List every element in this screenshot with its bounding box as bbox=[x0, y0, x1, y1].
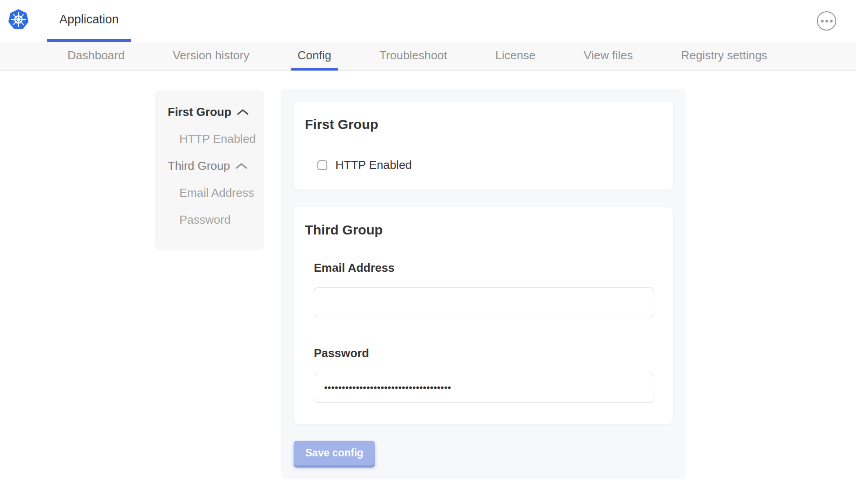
app-nav-bar: Dashboard Version history Config Trouble… bbox=[0, 42, 856, 71]
app-title-tab[interactable]: Application bbox=[47, 0, 131, 42]
tab-license[interactable]: License bbox=[489, 42, 543, 71]
ellipsis-dot bbox=[825, 20, 828, 22]
sidebar-item-label: Password bbox=[179, 214, 231, 225]
email-address-label: Email Address bbox=[314, 262, 662, 274]
app-title-label: Application bbox=[59, 13, 119, 27]
config-page: First Group HTTP Enabled Third Group Ema… bbox=[0, 71, 856, 504]
sidebar-item-http-enabled[interactable]: HTTP Enabled bbox=[168, 133, 264, 145]
email-address-field-block: Email Address bbox=[314, 262, 662, 317]
http-enabled-label[interactable]: HTTP Enabled bbox=[335, 158, 412, 172]
password-input[interactable] bbox=[314, 373, 654, 402]
config-group-sidebar: First Group HTTP Enabled Third Group Ema… bbox=[155, 90, 264, 250]
sidebar-item-third-group[interactable]: Third Group bbox=[168, 160, 264, 172]
ellipsis-dot bbox=[821, 20, 824, 22]
sidebar-item-password[interactable]: Password bbox=[168, 214, 264, 225]
tab-view-files[interactable]: View files bbox=[577, 42, 639, 71]
tab-version-history[interactable]: Version history bbox=[166, 42, 256, 71]
app-header: Application bbox=[0, 0, 856, 42]
http-enabled-checkbox[interactable] bbox=[317, 160, 327, 170]
password-label: Password bbox=[314, 347, 662, 359]
password-field-block: Password bbox=[314, 347, 662, 402]
save-config-button[interactable]: Save config bbox=[294, 441, 375, 465]
sidebar-item-email-address[interactable]: Email Address bbox=[168, 187, 264, 199]
group-title: Third Group bbox=[305, 223, 662, 237]
email-address-input[interactable] bbox=[314, 287, 654, 317]
config-group-card-first: First Group HTTP Enabled bbox=[293, 101, 673, 190]
ellipsis-menu-button[interactable] bbox=[817, 11, 836, 31]
ellipsis-dot bbox=[830, 20, 833, 22]
tab-dashboard[interactable]: Dashboard bbox=[61, 42, 131, 71]
sidebar-item-label: HTTP Enabled bbox=[179, 133, 256, 145]
sidebar-item-label: Email Address bbox=[179, 187, 254, 199]
sidebar-item-label: First Group bbox=[168, 106, 232, 118]
config-main-panel: First Group HTTP Enabled Third Group Ema… bbox=[281, 89, 686, 479]
tab-troubleshoot[interactable]: Troubleshoot bbox=[373, 42, 454, 71]
group-title: First Group bbox=[305, 118, 662, 131]
chevron-up-icon bbox=[237, 109, 249, 115]
kubernetes-logo-icon bbox=[8, 8, 29, 31]
tab-config[interactable]: Config bbox=[291, 42, 338, 71]
sidebar-item-first-group[interactable]: First Group bbox=[168, 106, 264, 118]
http-enabled-row: HTTP Enabled bbox=[317, 158, 662, 172]
tab-registry-settings[interactable]: Registry settings bbox=[674, 42, 774, 71]
config-group-card-third: Third Group Email Address Password bbox=[293, 206, 673, 424]
chevron-up-icon bbox=[236, 163, 247, 169]
sidebar-item-label: Third Group bbox=[168, 160, 230, 172]
